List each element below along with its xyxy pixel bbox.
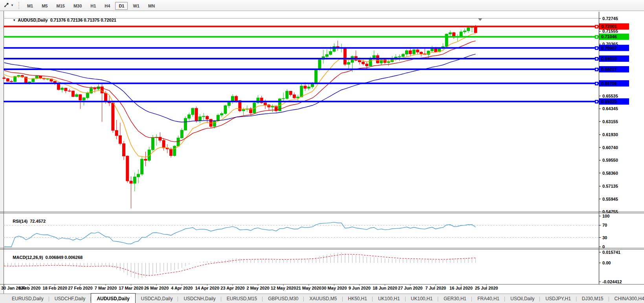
- chart-tab-usdchf-daily[interactable]: USDCHF,Daily: [49, 294, 91, 303]
- chart-tab-xauusd-m5[interactable]: XAUUSD,M5: [304, 294, 342, 303]
- date-axis-label: 26 Mar 2020: [144, 286, 169, 290]
- date-axis-label: 14 Apr 2020: [195, 286, 219, 290]
- chart-tab-usdcnh-daily[interactable]: USDCNH,Daily: [178, 294, 221, 303]
- chart-tab-uk100-h1[interactable]: UK100,H1: [372, 294, 405, 303]
- timeframe-button-mn[interactable]: MN: [145, 2, 158, 10]
- collapse-triangle-icon[interactable]: ▼: [13, 18, 16, 22]
- chart-tab-china300-h4[interactable]: CHINA300,H4: [609, 294, 644, 303]
- toolbar: ▼ M1M5M15M30H1H4D1W1MN: [0, 0, 644, 11]
- date-axis-label: 17 Mar 2020: [119, 286, 143, 290]
- chart-tab-eurusd-m15[interactable]: EURUSD,M15: [221, 294, 262, 303]
- chart-tab-usdcad-daily[interactable]: USDCAD,Daily: [136, 294, 178, 303]
- date-axis-label: 7 Mar 2020: [95, 286, 117, 290]
- price-axis-tick: 0.61930: [602, 132, 618, 137]
- timeframe-button-m5[interactable]: M5: [38, 2, 51, 10]
- rsi-axis-tick: 0: [602, 244, 605, 249]
- date-axis-label: 12 May 2020: [271, 286, 296, 290]
- rsi-axis-tick: 100: [602, 214, 609, 218]
- date-axis-label: 7 Jul 2020: [426, 286, 446, 290]
- chart-tab-fra40-h1[interactable]: FRA40,H1: [472, 294, 505, 303]
- price-level-badge-text: 0.71046: [601, 34, 617, 39]
- timeframe-button-h1[interactable]: H1: [87, 2, 99, 10]
- date-axis-label: 16 Jul 2020: [450, 286, 473, 290]
- chart-symbol-label: AUDUSD,Daily: [18, 18, 48, 22]
- date-axis-label: 30 May 2020: [321, 286, 347, 290]
- chart-tab-usdjpy-h1[interactable]: USDJPY,H1: [540, 294, 576, 303]
- chevron-down-icon: ▼: [11, 4, 14, 7]
- toolbar-grip[interactable]: [18, 2, 20, 9]
- timeframe-button-m30[interactable]: M30: [70, 2, 85, 10]
- price-axis-tick: 0.63155: [602, 119, 618, 124]
- date-axis-label: 18 Feb 2020: [43, 286, 67, 290]
- chart-tab-hk50-h1[interactable]: HK50,H1: [343, 294, 373, 303]
- macd-axis-tick: 0.00: [602, 261, 611, 265]
- chart-tab-bar: EURUSD,DailyUSDCHF,DailyAUDUSD,DailyUSDC…: [0, 294, 644, 303]
- date-axis-label: 18 Jun 2020: [372, 286, 397, 290]
- chart-window: 0.727450.715550.703650.655350.643450.631…: [0, 11, 644, 294]
- macd-values: 0.006849 0.006268: [45, 255, 83, 260]
- date-axis-label: 4 Apr 2020: [171, 286, 193, 290]
- terminal-window: ▼ M1M5M15M30H1H4D1W1MN 0.727450.715550.7…: [0, 0, 644, 303]
- price-axis-tick: 0.64345: [602, 106, 618, 111]
- chart-tab-usoil-daily[interactable]: USOil,Daily: [505, 294, 540, 303]
- rsi-value: 72.4572: [30, 219, 46, 224]
- date-axis-label: 9 Jun 2020: [349, 286, 371, 290]
- date-axis-label: 27 Feb 2020: [68, 286, 92, 290]
- price-level-badge-text: 0.72001: [601, 24, 617, 29]
- timeframe-button-w1[interactable]: W1: [129, 2, 143, 10]
- price-axis-tick: 0.72745: [602, 16, 618, 21]
- chart-tab-eurusd-daily[interactable]: EURUSD,Daily: [6, 294, 49, 303]
- chart-canvas[interactable]: 0.727450.715550.703650.655350.643450.631…: [0, 11, 644, 294]
- chart-tab-uk100-h1[interactable]: UK100,H1: [405, 294, 438, 303]
- chart-tab-gbpusd-m30[interactable]: GBPUSD,M30: [262, 294, 304, 303]
- price-level-badge-text: 0.68017: [601, 67, 617, 72]
- price-level-badge-text: 0.69010: [601, 56, 617, 61]
- cursor-tool-button[interactable]: ▼: [2, 1, 16, 10]
- price-axis-tick: 0.65535: [602, 94, 618, 98]
- price-axis-tick: 0.55945: [602, 197, 618, 201]
- date-axis-label: 21 May 2020: [296, 286, 321, 290]
- timeframe-button-d1[interactable]: D1: [115, 2, 128, 10]
- date-axis-label: 8 Feb 2020: [18, 286, 40, 290]
- price-axis-tick: 0.57135: [602, 184, 618, 188]
- chart-tab-audusd-daily[interactable]: AUDUSD,Daily: [91, 293, 135, 303]
- rsi-name: RSI(14): [13, 219, 28, 224]
- rsi-axis-tick: 70: [602, 223, 607, 227]
- date-axis-label: 2 May 2020: [247, 286, 270, 290]
- macd-name: MACD(12,26,9): [13, 255, 43, 260]
- timeframe-buttons: M1M5M15M30H1H4D1W1MN: [23, 2, 159, 9]
- price-axis-tick: 0.58360: [602, 171, 618, 176]
- date-axis-label: 23 Apr 2020: [220, 286, 244, 290]
- rsi-axis-tick: 30: [602, 235, 607, 240]
- chart-title: ▼AUDUSD,Daily0.71376 0.72136 0.71375 0.7…: [6, 13, 116, 27]
- chart-tab-ger30-h1[interactable]: GER30,H1: [438, 294, 472, 303]
- timeframe-button-m1[interactable]: M1: [24, 2, 37, 10]
- price-level-badge-text: 0.70007: [601, 46, 617, 50]
- timeframe-button-h4[interactable]: H4: [101, 2, 114, 10]
- price-axis-tick: 0.60740: [602, 145, 618, 150]
- macd-indicator-label: MACD(12,26,9)0.006849 0.006268: [6, 250, 83, 264]
- cursor-tool-icon: [4, 2, 9, 9]
- price-level-badge-text: 0.66706: [601, 81, 617, 86]
- rsi-indicator-label: RSI(14)72.4572: [6, 214, 46, 228]
- date-axis-label: 27 Jun 2020: [398, 286, 422, 290]
- date-axis-label: 25 Jul 2020: [475, 286, 498, 290]
- chart-tabs: EURUSD,DailyUSDCHF,DailyAUDUSD,DailyUSDC…: [6, 294, 644, 303]
- chart-ohlc-values: 0.71376 0.72136 0.71375 0.72021: [50, 18, 116, 22]
- chart-tab-dj30-m15[interactable]: DJ30,M15: [576, 294, 609, 303]
- timeframe-button-m15[interactable]: M15: [53, 2, 68, 10]
- macd-axis-tick: 0.015741: [602, 250, 620, 255]
- price-axis-tick: 0.59550: [602, 158, 618, 163]
- price-level-badge-text: 0.65020: [601, 99, 617, 104]
- macd-axis-tick: -0.024412: [602, 279, 622, 284]
